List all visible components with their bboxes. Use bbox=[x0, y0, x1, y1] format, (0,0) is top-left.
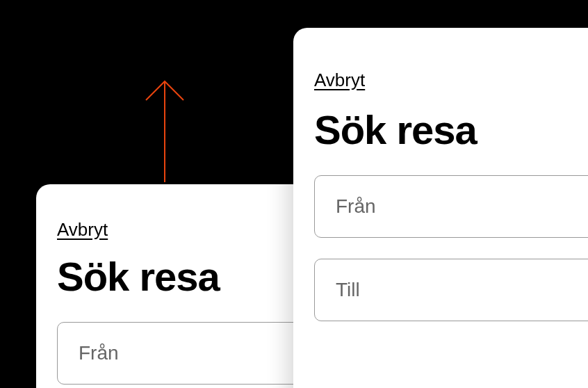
search-trip-sheet-back: Avbryt Sök resa bbox=[36, 184, 321, 388]
to-input[interactable] bbox=[314, 259, 588, 321]
cancel-button[interactable]: Avbryt bbox=[314, 70, 365, 91]
arrow-up-icon bbox=[140, 78, 189, 182]
page-title: Sök resa bbox=[57, 253, 300, 300]
from-input[interactable] bbox=[314, 175, 588, 238]
cancel-button[interactable]: Avbryt bbox=[57, 219, 108, 241]
from-input[interactable] bbox=[57, 322, 300, 385]
page-title: Sök resa bbox=[314, 106, 588, 153]
search-trip-sheet-front: Avbryt Sök resa bbox=[293, 28, 588, 388]
